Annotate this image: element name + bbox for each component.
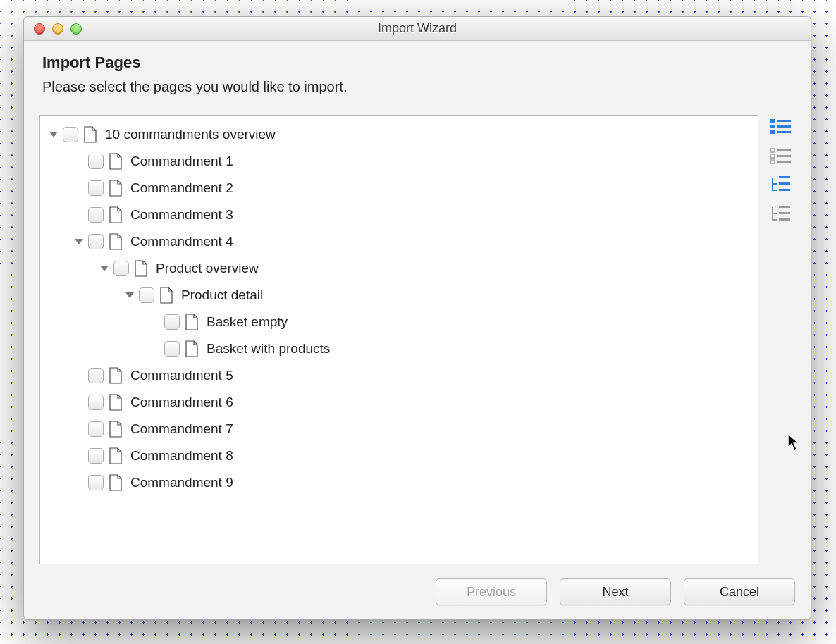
svg-rect-5 <box>777 120 791 122</box>
wizard-header: Import Pages Please select the pages you… <box>24 41 811 115</box>
tree-row-pd[interactable]: Product detail <box>40 282 758 309</box>
close-window-icon[interactable] <box>34 23 45 35</box>
page-tree[interactable]: 10 commandments overview Commandment 1 C… <box>39 115 758 564</box>
page-icon <box>108 206 123 224</box>
disclosure-toggle[interactable] <box>46 127 61 142</box>
svg-rect-15 <box>777 161 791 163</box>
tree-label: Commandment 9 <box>130 475 233 490</box>
checkbox[interactable] <box>88 207 104 223</box>
checkbox[interactable] <box>88 421 104 437</box>
titlebar: Import Wizard <box>24 17 811 41</box>
svg-rect-21 <box>779 218 790 221</box>
svg-rect-11 <box>777 149 791 151</box>
svg-marker-2 <box>100 266 109 271</box>
tree-label: Product detail <box>181 287 263 303</box>
svg-rect-9 <box>777 131 791 133</box>
page-icon <box>159 286 174 304</box>
tree-label: Commandment 8 <box>130 448 233 464</box>
previous-button: Previous <box>436 578 547 605</box>
tree-label: Commandment 4 <box>130 234 233 249</box>
tree-row-c6[interactable]: Commandment 6 <box>40 389 758 416</box>
svg-rect-13 <box>777 155 791 157</box>
svg-marker-0 <box>49 132 58 137</box>
tree-label: Basket with products <box>207 341 330 357</box>
page-icon <box>108 233 123 251</box>
checkbox[interactable] <box>139 287 154 303</box>
page-icon <box>108 179 123 197</box>
select-all-icon[interactable] <box>770 116 792 136</box>
tree-row-c5[interactable]: Commandment 5 <box>40 362 758 389</box>
svg-rect-4 <box>770 119 775 123</box>
import-wizard-window: Import Wizard Import Pages Please select… <box>23 16 811 620</box>
page-icon <box>108 420 123 438</box>
svg-rect-8 <box>770 130 775 134</box>
tree-row-c2[interactable]: Commandment 2 <box>40 175 758 202</box>
page-icon <box>108 366 123 385</box>
expand-all-icon[interactable] <box>770 175 792 195</box>
svg-rect-7 <box>777 125 791 128</box>
tree-row-bw[interactable]: Basket with products <box>40 335 758 362</box>
checkbox[interactable] <box>88 234 104 249</box>
checkbox[interactable] <box>88 368 104 383</box>
window-title: Import Wizard <box>24 21 811 36</box>
tree-row-po[interactable]: Product overview <box>40 255 758 282</box>
tree-label: Commandment 1 <box>130 154 233 169</box>
page-title: Import Pages <box>42 54 792 72</box>
page-icon <box>184 313 199 331</box>
tree-row-c1[interactable]: Commandment 1 <box>40 148 758 175</box>
disclosure-toggle[interactable] <box>71 234 87 249</box>
checkbox[interactable] <box>164 341 180 357</box>
disclosure-toggle[interactable] <box>97 261 112 276</box>
tree-label: 10 commandments overview <box>105 127 276 142</box>
window-traffic-lights <box>34 23 82 35</box>
svg-rect-16 <box>779 176 790 178</box>
tree-label: Commandment 5 <box>130 368 233 383</box>
tree-row-be[interactable]: Basket empty <box>40 309 758 335</box>
checkbox[interactable] <box>63 127 78 142</box>
page-icon <box>108 473 123 492</box>
checkbox[interactable] <box>113 261 129 276</box>
tree-row-root[interactable]: 10 commandments overview <box>40 121 758 148</box>
minimize-window-icon[interactable] <box>52 23 63 35</box>
checkbox[interactable] <box>164 314 180 330</box>
checkbox[interactable] <box>88 395 104 410</box>
checkbox[interactable] <box>88 448 104 464</box>
svg-rect-12 <box>770 154 775 158</box>
page-icon <box>108 393 123 411</box>
svg-rect-14 <box>770 160 775 163</box>
next-button[interactable]: Next <box>560 578 671 605</box>
checkbox[interactable] <box>88 475 104 490</box>
svg-marker-3 <box>125 292 134 298</box>
svg-marker-1 <box>75 239 83 244</box>
checkbox[interactable] <box>88 180 104 196</box>
svg-rect-6 <box>770 125 775 128</box>
page-icon <box>133 259 149 278</box>
disclosure-toggle[interactable] <box>122 287 137 303</box>
page-icon <box>82 125 98 144</box>
svg-rect-18 <box>779 189 790 191</box>
tree-row-c3[interactable]: Commandment 3 <box>40 202 758 228</box>
zoom-window-icon[interactable] <box>70 23 82 35</box>
cancel-button[interactable]: Cancel <box>684 578 795 605</box>
svg-rect-20 <box>779 212 790 214</box>
svg-rect-10 <box>770 149 775 152</box>
tree-row-c9[interactable]: Commandment 9 <box>40 469 758 496</box>
checkbox[interactable] <box>88 154 104 169</box>
svg-rect-19 <box>779 206 790 208</box>
tree-row-c4[interactable]: Commandment 4 <box>40 228 758 255</box>
tree-toolbar <box>766 115 797 564</box>
tree-label: Basket empty <box>207 314 288 330</box>
tree-label: Commandment 2 <box>130 180 233 196</box>
tree-label: Commandment 7 <box>130 421 233 437</box>
tree-row-c7[interactable]: Commandment 7 <box>40 416 758 442</box>
page-icon <box>108 152 123 171</box>
page-icon <box>184 340 199 358</box>
tree-label: Commandment 6 <box>130 395 233 410</box>
tree-row-c8[interactable]: Commandment 8 <box>40 442 758 469</box>
deselect-all-icon[interactable] <box>770 146 792 166</box>
page-subtitle: Please select the pages you would like t… <box>42 79 792 95</box>
collapse-all-icon[interactable] <box>770 205 792 225</box>
content-area: 10 commandments overview Commandment 1 C… <box>24 115 811 576</box>
tree-label: Product overview <box>156 261 259 276</box>
wizard-footer: Previous Next Cancel <box>24 576 811 619</box>
